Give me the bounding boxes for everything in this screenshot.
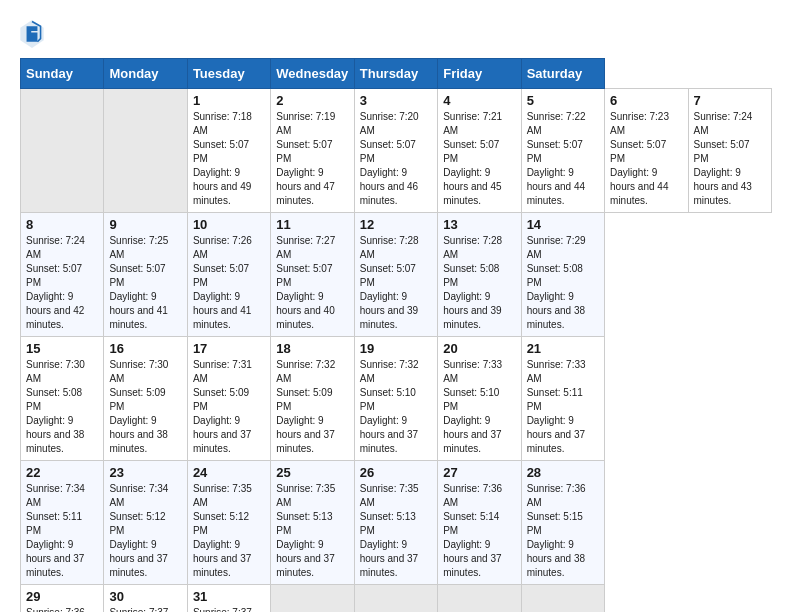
day-info: Sunrise: 7:36 AMSunset: 5:15 PMDaylight:… [527, 483, 586, 578]
calendar-cell [521, 585, 604, 613]
calendar-cell: 15 Sunrise: 7:30 AMSunset: 5:08 PMDaylig… [21, 337, 104, 461]
day-header-wednesday: Wednesday [271, 59, 354, 89]
day-number: 27 [443, 465, 515, 480]
day-header-sunday: Sunday [21, 59, 104, 89]
day-info: Sunrise: 7:20 AMSunset: 5:07 PMDaylight:… [360, 111, 419, 206]
day-info: Sunrise: 7:25 AMSunset: 5:07 PMDaylight:… [109, 235, 168, 330]
calendar-cell: 29 Sunrise: 7:36 AMSunset: 5:15 PMDaylig… [21, 585, 104, 613]
day-number: 19 [360, 341, 432, 356]
day-info: Sunrise: 7:36 AMSunset: 5:14 PMDaylight:… [443, 483, 502, 578]
day-info: Sunrise: 7:37 AMSunset: 5:17 PMDaylight:… [193, 607, 252, 612]
header [20, 20, 772, 48]
day-info: Sunrise: 7:33 AMSunset: 5:11 PMDaylight:… [527, 359, 586, 454]
day-number: 8 [26, 217, 98, 232]
day-header-monday: Monday [104, 59, 187, 89]
calendar-table: SundayMondayTuesdayWednesdayThursdayFrid… [20, 58, 772, 612]
day-info: Sunrise: 7:32 AMSunset: 5:10 PMDaylight:… [360, 359, 419, 454]
calendar-cell [104, 89, 187, 213]
day-info: Sunrise: 7:30 AMSunset: 5:08 PMDaylight:… [26, 359, 85, 454]
day-info: Sunrise: 7:24 AMSunset: 5:07 PMDaylight:… [694, 111, 753, 206]
day-info: Sunrise: 7:37 AMSunset: 5:16 PMDaylight:… [109, 607, 168, 612]
calendar-week-5: 29 Sunrise: 7:36 AMSunset: 5:15 PMDaylig… [21, 585, 772, 613]
day-info: Sunrise: 7:18 AMSunset: 5:07 PMDaylight:… [193, 111, 252, 206]
day-info: Sunrise: 7:21 AMSunset: 5:07 PMDaylight:… [443, 111, 502, 206]
day-number: 11 [276, 217, 348, 232]
day-info: Sunrise: 7:27 AMSunset: 5:07 PMDaylight:… [276, 235, 335, 330]
calendar-cell: 17 Sunrise: 7:31 AMSunset: 5:09 PMDaylig… [187, 337, 270, 461]
calendar-header-row: SundayMondayTuesdayWednesdayThursdayFrid… [21, 59, 772, 89]
calendar-cell: 19 Sunrise: 7:32 AMSunset: 5:10 PMDaylig… [354, 337, 437, 461]
day-number: 25 [276, 465, 348, 480]
calendar-cell [21, 89, 104, 213]
day-number: 30 [109, 589, 181, 604]
day-number: 2 [276, 93, 348, 108]
day-info: Sunrise: 7:34 AMSunset: 5:11 PMDaylight:… [26, 483, 85, 578]
day-info: Sunrise: 7:28 AMSunset: 5:07 PMDaylight:… [360, 235, 419, 330]
day-number: 6 [610, 93, 682, 108]
day-info: Sunrise: 7:36 AMSunset: 5:15 PMDaylight:… [26, 607, 85, 612]
calendar-cell: 22 Sunrise: 7:34 AMSunset: 5:11 PMDaylig… [21, 461, 104, 585]
calendar-week-4: 22 Sunrise: 7:34 AMSunset: 5:11 PMDaylig… [21, 461, 772, 585]
day-number: 10 [193, 217, 265, 232]
day-info: Sunrise: 7:26 AMSunset: 5:07 PMDaylight:… [193, 235, 252, 330]
day-number: 31 [193, 589, 265, 604]
day-number: 28 [527, 465, 599, 480]
day-info: Sunrise: 7:34 AMSunset: 5:12 PMDaylight:… [109, 483, 168, 578]
calendar-cell: 14 Sunrise: 7:29 AMSunset: 5:08 PMDaylig… [521, 213, 604, 337]
day-number: 21 [527, 341, 599, 356]
day-number: 12 [360, 217, 432, 232]
calendar-cell: 30 Sunrise: 7:37 AMSunset: 5:16 PMDaylig… [104, 585, 187, 613]
day-header-saturday: Saturday [521, 59, 604, 89]
day-info: Sunrise: 7:32 AMSunset: 5:09 PMDaylight:… [276, 359, 335, 454]
calendar-cell: 26 Sunrise: 7:35 AMSunset: 5:13 PMDaylig… [354, 461, 437, 585]
day-number: 18 [276, 341, 348, 356]
calendar-cell: 24 Sunrise: 7:35 AMSunset: 5:12 PMDaylig… [187, 461, 270, 585]
day-number: 13 [443, 217, 515, 232]
day-info: Sunrise: 7:35 AMSunset: 5:13 PMDaylight:… [276, 483, 335, 578]
calendar-cell: 5 Sunrise: 7:22 AMSunset: 5:07 PMDayligh… [521, 89, 604, 213]
calendar-cell: 27 Sunrise: 7:36 AMSunset: 5:14 PMDaylig… [438, 461, 521, 585]
day-number: 17 [193, 341, 265, 356]
calendar-cell [271, 585, 354, 613]
day-info: Sunrise: 7:35 AMSunset: 5:13 PMDaylight:… [360, 483, 419, 578]
calendar-cell: 20 Sunrise: 7:33 AMSunset: 5:10 PMDaylig… [438, 337, 521, 461]
day-info: Sunrise: 7:23 AMSunset: 5:07 PMDaylight:… [610, 111, 669, 206]
day-number: 16 [109, 341, 181, 356]
day-header-tuesday: Tuesday [187, 59, 270, 89]
calendar-cell: 3 Sunrise: 7:20 AMSunset: 5:07 PMDayligh… [354, 89, 437, 213]
day-info: Sunrise: 7:30 AMSunset: 5:09 PMDaylight:… [109, 359, 168, 454]
day-header-friday: Friday [438, 59, 521, 89]
day-number: 1 [193, 93, 265, 108]
day-number: 23 [109, 465, 181, 480]
calendar-cell: 9 Sunrise: 7:25 AMSunset: 5:07 PMDayligh… [104, 213, 187, 337]
calendar-cell: 11 Sunrise: 7:27 AMSunset: 5:07 PMDaylig… [271, 213, 354, 337]
day-info: Sunrise: 7:19 AMSunset: 5:07 PMDaylight:… [276, 111, 335, 206]
day-header-thursday: Thursday [354, 59, 437, 89]
day-info: Sunrise: 7:22 AMSunset: 5:07 PMDaylight:… [527, 111, 586, 206]
calendar-cell: 28 Sunrise: 7:36 AMSunset: 5:15 PMDaylig… [521, 461, 604, 585]
calendar-body: 1 Sunrise: 7:18 AMSunset: 5:07 PMDayligh… [21, 89, 772, 613]
calendar-cell: 8 Sunrise: 7:24 AMSunset: 5:07 PMDayligh… [21, 213, 104, 337]
calendar-week-1: 1 Sunrise: 7:18 AMSunset: 5:07 PMDayligh… [21, 89, 772, 213]
day-number: 15 [26, 341, 98, 356]
calendar-cell: 13 Sunrise: 7:28 AMSunset: 5:08 PMDaylig… [438, 213, 521, 337]
logo [20, 20, 48, 48]
calendar-cell: 2 Sunrise: 7:19 AMSunset: 5:07 PMDayligh… [271, 89, 354, 213]
calendar-cell [438, 585, 521, 613]
day-number: 29 [26, 589, 98, 604]
day-number: 3 [360, 93, 432, 108]
day-info: Sunrise: 7:33 AMSunset: 5:10 PMDaylight:… [443, 359, 502, 454]
day-number: 5 [527, 93, 599, 108]
calendar-cell [354, 585, 437, 613]
calendar-cell: 21 Sunrise: 7:33 AMSunset: 5:11 PMDaylig… [521, 337, 604, 461]
calendar-cell: 7 Sunrise: 7:24 AMSunset: 5:07 PMDayligh… [688, 89, 772, 213]
calendar-cell: 16 Sunrise: 7:30 AMSunset: 5:09 PMDaylig… [104, 337, 187, 461]
calendar-cell: 25 Sunrise: 7:35 AMSunset: 5:13 PMDaylig… [271, 461, 354, 585]
day-info: Sunrise: 7:35 AMSunset: 5:12 PMDaylight:… [193, 483, 252, 578]
day-number: 4 [443, 93, 515, 108]
calendar-cell: 31 Sunrise: 7:37 AMSunset: 5:17 PMDaylig… [187, 585, 270, 613]
logo-icon [20, 20, 44, 48]
calendar-cell: 23 Sunrise: 7:34 AMSunset: 5:12 PMDaylig… [104, 461, 187, 585]
day-info: Sunrise: 7:24 AMSunset: 5:07 PMDaylight:… [26, 235, 85, 330]
calendar-cell: 6 Sunrise: 7:23 AMSunset: 5:07 PMDayligh… [605, 89, 688, 213]
